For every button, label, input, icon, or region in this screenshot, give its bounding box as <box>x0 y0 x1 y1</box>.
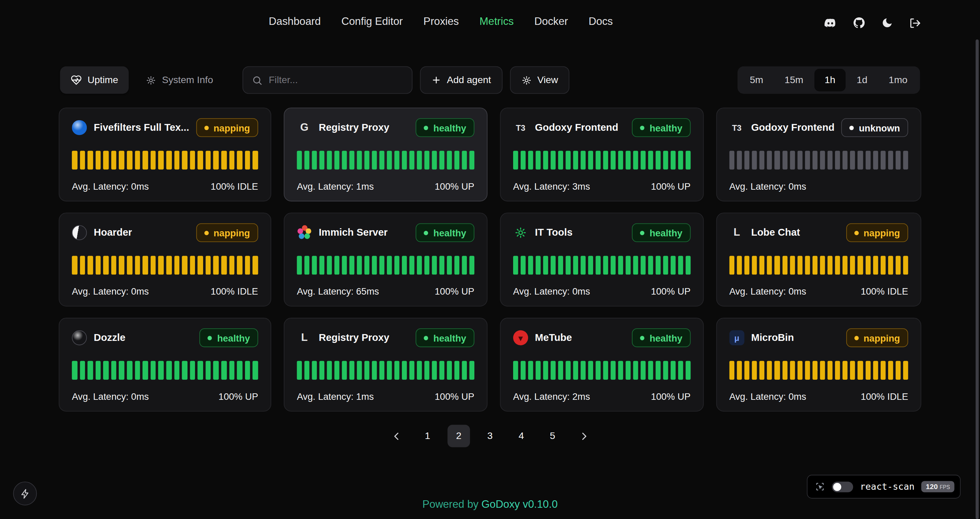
filter-field[interactable] <box>243 66 413 94</box>
uptime-tab[interactable]: Uptime <box>60 66 129 94</box>
search-icon <box>252 75 262 85</box>
nav-item-proxies[interactable]: Proxies <box>423 16 459 28</box>
nav-item-config-editor[interactable]: Config Editor <box>341 16 403 28</box>
uptime-bar <box>158 361 164 380</box>
uptime-bar <box>350 256 355 275</box>
uptime-bars <box>729 151 908 169</box>
uptime-bars <box>297 256 474 275</box>
inspect-icon[interactable] <box>815 482 825 492</box>
uptime-bar <box>790 256 795 275</box>
nav-item-metrics[interactable]: Metrics <box>479 16 514 28</box>
prev-page-chevron-left-icon[interactable] <box>385 425 407 447</box>
discord-icon[interactable] <box>824 16 837 30</box>
uptime-bar <box>813 151 818 169</box>
uptime-bar <box>820 256 825 275</box>
view-button[interactable]: View <box>510 66 569 94</box>
card-footer: Avg. Latency: 0ms100% IDLE <box>72 286 258 296</box>
service-card-godoxy-frontend[interactable]: T3Godoxy FrontendhealthyAvg. Latency: 3m… <box>500 108 704 201</box>
uptime-bar <box>827 256 833 275</box>
uptime-bar <box>357 151 362 169</box>
immich-petal <box>304 233 310 239</box>
moon-icon[interactable] <box>881 17 893 29</box>
uptime-bar <box>88 151 93 169</box>
gear-icon <box>521 75 531 85</box>
godoxy-link[interactable]: GoDoxy v0.10.0 <box>482 498 558 511</box>
service-card-godoxy-frontend[interactable]: T3Godoxy FrontendunknownAvg. Latency: 0m… <box>716 108 921 201</box>
page-2[interactable]: 2 <box>447 425 470 447</box>
uptime-bar <box>320 256 325 275</box>
uptime-bar <box>566 361 571 380</box>
service-card-hoarder[interactable]: HoardernappingAvg. Latency: 0ms100% IDLE <box>59 212 271 307</box>
service-card-dozzle[interactable]: DozzlehealthyAvg. Latency: 0ms100% UP <box>59 318 271 412</box>
uptime-bar <box>409 256 414 275</box>
uptime-percent: 100% IDLE <box>861 391 908 401</box>
nav-item-docker[interactable]: Docker <box>534 16 568 28</box>
card-header: μMicroBinnapping <box>729 328 908 347</box>
uptime-bar <box>198 361 203 380</box>
uptime-bar <box>678 151 683 169</box>
page-4[interactable]: 4 <box>510 425 533 447</box>
page-1[interactable]: 1 <box>416 425 439 447</box>
uptime-percent: 100% UP <box>435 286 474 296</box>
system-info-tab[interactable]: System Info <box>135 66 224 94</box>
service-name: Godoxy Frontend <box>751 122 834 133</box>
hoarder-icon <box>72 225 87 240</box>
time-range-5m[interactable]: 5m <box>740 69 773 91</box>
service-card-immich-server[interactable]: Immich ServerhealthyAvg. Latency: 65ms10… <box>284 212 488 307</box>
service-card-lobe-chat[interactable]: LLobe ChatnappingAvg. Latency: 0ms100% I… <box>716 212 921 307</box>
card-header: Fivefilters Full Tex...napping <box>72 118 258 137</box>
service-card-fivefilters-full-tex[interactable]: Fivefilters Full Tex...nappingAvg. Laten… <box>59 108 271 201</box>
uptime-bar <box>611 256 616 275</box>
uptime-bar <box>417 256 422 275</box>
page-3[interactable]: 3 <box>479 425 501 447</box>
uptime-bar <box>850 151 856 169</box>
uptime-bar <box>805 361 810 380</box>
avg-latency: Avg. Latency: 0ms <box>729 391 806 401</box>
fps-badge: 120FPS <box>921 481 955 492</box>
uptime-bar <box>387 151 392 169</box>
time-range-1h[interactable]: 1h <box>815 69 845 91</box>
page-5[interactable]: 5 <box>541 425 564 447</box>
uptime-bar <box>245 151 250 169</box>
scrollbar[interactable] <box>975 40 978 519</box>
uptime-bar <box>174 256 180 275</box>
filter-input[interactable] <box>269 75 403 86</box>
service-card-registry-proxy[interactable]: LRegistry ProxyhealthyAvg. Latency: 1ms1… <box>284 318 488 412</box>
uptime-bar <box>229 256 234 275</box>
godoxy-frontend-icon: T3 <box>729 120 744 135</box>
logout-icon[interactable] <box>909 17 921 29</box>
services-grid: Fivefilters Full Tex...nappingAvg. Laten… <box>59 108 921 412</box>
uptime-bar <box>312 151 317 169</box>
uptime-bar <box>858 256 863 275</box>
uptime-bar <box>573 256 578 275</box>
service-card-metube[interactable]: ▾MeTubehealthyAvg. Latency: 2ms100% UP <box>500 318 704 412</box>
avg-latency: Avg. Latency: 0ms <box>513 286 590 296</box>
uptime-bar <box>611 361 616 380</box>
service-card-registry-proxy[interactable]: GRegistry ProxyhealthyAvg. Latency: 1ms1… <box>284 108 488 201</box>
uptime-bar <box>618 361 623 380</box>
uptime-bar <box>190 256 195 275</box>
uptime-bar <box>190 151 195 169</box>
time-range-1d[interactable]: 1d <box>846 69 877 91</box>
service-card-it-tools[interactable]: IT ToolshealthyAvg. Latency: 0ms100% UP <box>500 212 704 307</box>
toggle-knob <box>833 482 841 491</box>
uptime-bar <box>678 256 683 275</box>
uptime-bar <box>103 151 109 169</box>
next-page-chevron-right-icon[interactable] <box>572 425 595 447</box>
github-icon[interactable] <box>853 16 865 30</box>
uptime-bar <box>625 361 630 380</box>
uptime-bar <box>896 361 901 380</box>
uptime-bar <box>880 151 885 169</box>
react-scan-toggle[interactable] <box>832 481 853 492</box>
uptime-bar <box>72 151 77 169</box>
time-range-1mo[interactable]: 1mo <box>878 69 917 91</box>
uptime-bar <box>888 256 893 275</box>
add-agent-button[interactable]: Add agent <box>420 66 502 94</box>
uptime-percent: 100% UP <box>435 181 474 192</box>
nav-item-dashboard[interactable]: Dashboard <box>269 16 321 28</box>
service-card-microbin[interactable]: μMicroBinnappingAvg. Latency: 0ms100% ID… <box>716 318 921 412</box>
uptime-bar <box>588 256 593 275</box>
uptime-bar <box>357 361 362 380</box>
time-range-15m[interactable]: 15m <box>775 69 813 91</box>
nav-item-docs[interactable]: Docs <box>589 16 613 28</box>
